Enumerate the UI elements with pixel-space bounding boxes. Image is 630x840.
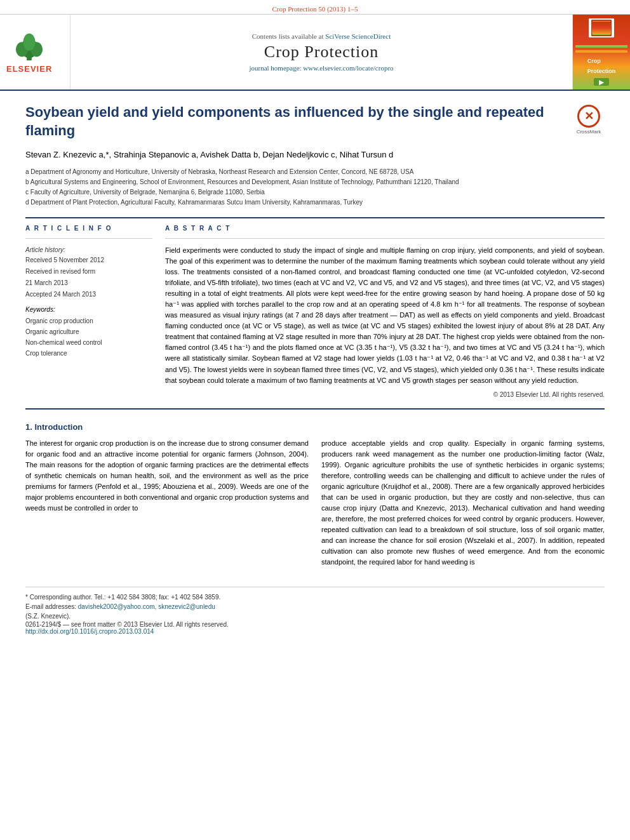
revised-label: Received in revised form	[25, 267, 152, 277]
intro-text-col2: produce acceptable yields and crop quali…	[321, 438, 605, 568]
top-bar: Crop Protection 50 (2013) 1–5	[0, 0, 630, 15]
elsevier-label-text: ELSEVIER	[6, 64, 52, 74]
article-info-abstract: A R T I C L E I N F O Article history: R…	[25, 225, 605, 398]
crossmark-circle: ✕	[577, 105, 600, 128]
homepage-url[interactable]: www.elsevier.com/locate/cropro	[303, 64, 393, 72]
intro-heading: 1. Introduction	[25, 422, 605, 432]
crop-protection-badge: Crop Protection ▶	[573, 15, 630, 90]
intro-section: 1. Introduction The interest for organic…	[25, 422, 605, 575]
journal-header-right: Crop Protection ▶	[573, 15, 630, 90]
keyword-4: Crop tolerance	[25, 348, 152, 359]
footer-issn: 0261-2194/$ — see front matter © 2013 El…	[25, 621, 605, 628]
article-info-block: Article history: Received 5 November 201…	[25, 245, 152, 300]
article-info-heading: A R T I C L E I N F O	[25, 225, 152, 232]
divider-top	[25, 217, 605, 218]
sciverse-line: Contents lists available at SciVerse Sci…	[252, 32, 391, 40]
affiliation-b: b Agricultural Systems and Engineering, …	[25, 177, 605, 187]
footer-area: * Corresponding author. Tel.: +1 402 584…	[25, 587, 605, 635]
svg-rect-9	[593, 27, 610, 29]
authors: Stevan Z. Knezevic a,*, Strahinja Stepan…	[25, 149, 605, 162]
journal-title: Crop Protection	[264, 43, 379, 62]
journal-header-center: Contents lists available at SciVerse Sci…	[70, 15, 573, 90]
keyword-2: Organic agriculture	[25, 326, 152, 337]
intro-col2: produce acceptable yields and crop quali…	[321, 438, 605, 575]
affiliation-a: a Department of Agronomy and Horticultur…	[25, 167, 605, 177]
intro-col1: The interest for organic crop production…	[25, 438, 309, 575]
crossmark-x-icon: ✕	[584, 110, 594, 122]
footer-email: E-mail addresses: davishek2002@yahoo.com…	[25, 602, 605, 611]
abstract-text: Field experiments were conducted to stud…	[165, 245, 605, 386]
crossmark-label: CrossMark	[577, 129, 601, 135]
divider-info	[25, 238, 152, 239]
badge-lines	[575, 40, 627, 53]
divider-abstract	[165, 238, 605, 239]
abstract-col: A B S T R A C T Field experiments were c…	[165, 225, 605, 398]
title-area: Soybean yield and yield components as in…	[25, 103, 605, 140]
crossmark-badge[interactable]: ✕ CrossMark	[573, 103, 605, 135]
badge-book-icon	[589, 18, 614, 37]
elsevier-logo: ELSEVIER	[6, 31, 52, 74]
received-date: Received 5 November 2012	[25, 255, 152, 265]
elsevier-logo-area: ELSEVIER	[0, 15, 70, 90]
affiliations: a Department of Agronomy and Horticultur…	[25, 167, 605, 207]
affiliation-c: c Faculty of Agriculture, University of …	[25, 187, 605, 197]
footer-doi[interactable]: http://dx.doi.org/10.1016/j.cropro.2013.…	[25, 628, 605, 635]
copyright: © 2013 Elsevier Ltd. All rights reserved…	[165, 391, 605, 398]
svg-rect-10	[593, 29, 610, 32]
svg-rect-8	[593, 24, 610, 26]
journal-homepage: journal homepage: www.elsevier.com/locat…	[249, 64, 393, 72]
keyword-3: Non-chemical weed control	[25, 337, 152, 348]
intro-body: The interest for organic crop production…	[25, 438, 605, 575]
article-info-col: A R T I C L E I N F O Article history: R…	[25, 225, 152, 398]
badge-text-crop: Crop	[587, 58, 601, 64]
footer-note1: * Corresponding author. Tel.: +1 402 584…	[25, 592, 605, 602]
badge-text-protection: Protection	[587, 68, 616, 74]
svg-rect-11	[593, 32, 610, 35]
footer-email-links[interactable]: davishek2002@yahoo.com, sknezevic2@unled…	[78, 603, 215, 610]
page: Crop Protection 50 (2013) 1–5 ELSEVIER C…	[0, 0, 630, 840]
main-content: Soybean yield and yield components as in…	[0, 91, 630, 648]
elsevier-tree-icon	[10, 31, 48, 63]
authors-text: Stevan Z. Knezevic a,*, Strahinja Stepan…	[25, 150, 393, 159]
journal-ref: Crop Protection 50 (2013) 1–5	[272, 5, 358, 13]
journal-header: ELSEVIER Contents lists available at Sci…	[0, 15, 630, 91]
intro-text-col1: The interest for organic crop production…	[25, 438, 309, 514]
article-title: Soybean yield and yield components as in…	[25, 103, 605, 140]
sciverse-link[interactable]: SciVerse ScienceDirect	[325, 32, 391, 40]
divider-bottom	[25, 408, 605, 410]
svg-rect-7	[593, 21, 610, 23]
accepted-date: Accepted 24 March 2013	[25, 290, 152, 300]
abstract-heading: A B S T R A C T	[165, 225, 605, 232]
history-label: Article history:	[25, 245, 152, 255]
keywords-heading: Keywords:	[25, 306, 152, 313]
keywords-list: Organic crop production Organic agricult…	[25, 316, 152, 359]
svg-rect-6	[591, 20, 612, 36]
revised-date: 21 March 2013	[25, 278, 152, 288]
footer-note2: (S.Z. Knezevic).	[25, 611, 605, 621]
svg-point-4	[23, 33, 36, 50]
keyword-1: Organic crop production	[25, 316, 152, 326]
affiliation-d: d Department of Plant Protection, Agricu…	[25, 197, 605, 207]
badge-arrow-icon: ▶	[594, 78, 609, 86]
